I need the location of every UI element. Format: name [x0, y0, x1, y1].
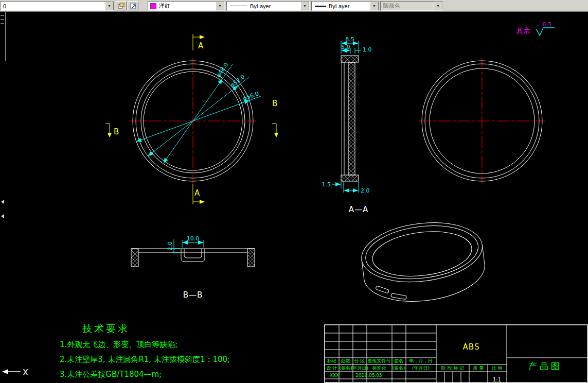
tb-material: ABS — [463, 342, 480, 352]
tb-header-4: 更改文件号 — [368, 358, 391, 363]
layer-previous-button[interactable] — [128, 1, 138, 10]
layers-icon — [118, 2, 125, 9]
section-label-a-bottom: A — [194, 188, 200, 198]
surface-finish-value: 6.3 — [542, 21, 551, 28]
linetype-combo[interactable]: ByLayer ▼ — [226, 1, 310, 11]
layer-combo-value: 0 — [1, 3, 105, 9]
tb-header-6: 年，月，日 — [409, 358, 433, 363]
color-combo[interactable]: 洋红 ▼ — [148, 1, 225, 11]
tb-sign-6: (年月日) — [412, 365, 430, 371]
tb-sign-2: (签名) — [339, 365, 352, 371]
layer-combo-chevron-down-icon[interactable]: ▼ — [105, 2, 114, 10]
tb-stage-3: 比 例 — [492, 365, 503, 371]
tb-header-3: 分 区 — [354, 358, 365, 363]
tb-sign-5: (签名) — [392, 365, 405, 371]
dim-5-0: 5.0 — [341, 44, 350, 50]
cad-application-window: { "toolbar": { "layer_value": "0", "colo… — [0, 0, 588, 383]
tb-date: 2018.05.05 — [355, 373, 382, 378]
linetype-combo-value: ByLayer — [247, 3, 300, 9]
front-dimension-texts: φ48.0 φ52.0 φ56.0 — [215, 61, 260, 102]
section-label-b-right: B — [272, 99, 277, 108]
lineweight-combo[interactable]: ByLayer ▼ — [311, 1, 379, 11]
plotstyle-combo-value: 随颜色 — [381, 2, 434, 10]
dim-d48: φ48.0 — [215, 61, 230, 78]
bb-dimension-texts: 10.0 2.0 — [167, 235, 199, 251]
right-centerlines — [419, 58, 545, 184]
tb-header-5: 签名 — [394, 358, 403, 363]
dim-d56: φ56.0 — [242, 90, 260, 102]
section-label-a-top: A — [198, 41, 204, 50]
tb-stage-2: 质 量 — [473, 365, 484, 371]
lineweight-combo-chevron-down-icon[interactable]: ▼ — [370, 2, 379, 10]
drawing-canvas[interactable]: A A B B φ48.0 φ52.0 φ56.0 — [0, 0, 588, 383]
object-properties-toolbar: 0 ▼ 洋红 ▼ ByLayer ▼ ByLayer ▼ 随颜色 ▼ — [0, 0, 588, 12]
surface-finish-note: 其余 6.3 — [516, 21, 555, 36]
tech-req-item-2: 2.未注壁厚3, 未注圆角R1, 未注拔模斜度1：100; — [60, 355, 230, 364]
section-label-b-left: B — [114, 127, 119, 136]
plotstyle-combo[interactable]: 随颜色 ▼ — [380, 1, 443, 11]
tech-req-title: 技术要求 — [82, 323, 130, 334]
tb-header-2: 处数 — [341, 358, 350, 363]
tech-req-item-3: 3.未注公差按GB/T1804—m; — [60, 370, 162, 379]
dim-10-0: 10.0 — [187, 235, 200, 242]
plotstyle-combo-chevron-down-icon[interactable]: ▼ — [434, 2, 442, 10]
tb-header-1: 标记 — [327, 358, 336, 363]
label-section-aa: A—A — [349, 205, 369, 214]
tb-sign-4: 标准化 — [372, 365, 387, 371]
lineweight-combo-value: ByLayer — [326, 3, 370, 9]
left-toolbar-strip — [1, 11, 6, 218]
tb-sign-1: 设 计 — [327, 365, 337, 371]
label-section-bb: B—B — [183, 290, 203, 300]
surface-finish-prefix: 其余 — [516, 26, 530, 34]
color-combo-value: 洋红 — [156, 2, 216, 10]
dim-2-0-aa: 2.0 — [361, 187, 370, 194]
color-combo-chevron-down-icon[interactable]: ▼ — [216, 2, 224, 10]
layer-previous-icon — [130, 2, 137, 9]
surface-finish-icon — [536, 28, 555, 36]
tb-scale: 1:1 — [493, 377, 501, 382]
layer-combo[interactable]: 0 ▼ — [0, 1, 114, 11]
aa-dimension-lines — [332, 41, 361, 193]
front-section-markers — [105, 34, 278, 204]
ucs-icon: X — [2, 368, 28, 377]
tech-requirements: 技术要求 1.外观无飞边、形变、顶白等缺陷; 2.未注壁厚3, 未注圆角R1, … — [60, 323, 230, 379]
tb-drawing-title: 产品图 — [528, 361, 562, 371]
dim-2-0-bb: 2.0 — [167, 241, 173, 251]
view-3d — [358, 216, 488, 308]
tb-stage-1: 阶 段 标 记 — [441, 365, 465, 371]
layer-manager-button[interactable] — [116, 1, 127, 10]
lineweight-sample — [315, 6, 326, 7]
tech-req-item-1: 1.外观无飞边、形变、顶白等缺陷; — [60, 340, 177, 349]
color-swatch — [150, 3, 156, 9]
view-section-bb — [131, 249, 255, 267]
tb-sign-3: (年月日) — [351, 365, 368, 371]
dim-8-5: 8.5 — [345, 36, 354, 43]
dim-1-0: 1.0 — [363, 46, 372, 53]
tb-designer: XXX — [330, 373, 340, 378]
linetype-combo-chevron-down-icon[interactable]: ▼ — [300, 2, 309, 10]
view-section-aa — [341, 56, 359, 181]
dim-1-5: 1.5 — [322, 181, 331, 188]
ucs-x-label: X — [23, 368, 28, 377]
linetype-sample — [230, 6, 247, 6]
